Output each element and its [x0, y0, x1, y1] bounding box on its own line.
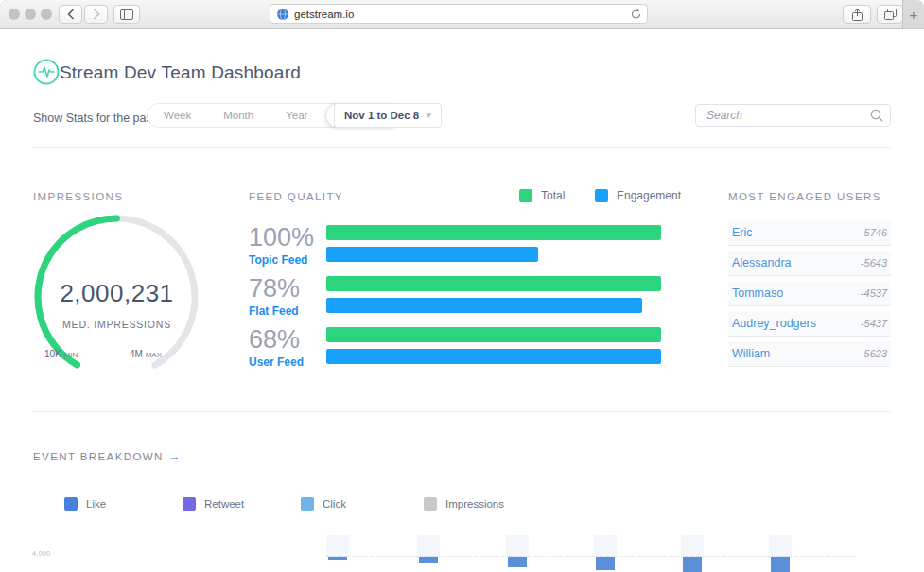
legend-retweet-label: Retweet — [204, 498, 244, 510]
feed-percent: 68% — [249, 325, 300, 355]
window-minimize-button[interactable] — [25, 9, 36, 20]
event-bar — [419, 557, 438, 563]
search-input[interactable] — [705, 108, 870, 123]
legend-impressions-label: Impressions — [445, 498, 504, 510]
total-bar — [326, 276, 661, 291]
impressions-section-title: IMPRESSIONS — [33, 191, 123, 202]
new-tab-button[interactable]: + — [902, 0, 924, 28]
click-swatch-icon — [301, 497, 314, 511]
bar-highlight — [681, 535, 704, 557]
legend-engagement: Engagement — [595, 189, 681, 202]
impressions-value: 2,000,231 — [29, 279, 204, 308]
event-bar — [683, 557, 702, 572]
reload-icon — [631, 9, 641, 20]
dashboard-page: Stream Dev Team Dashboard Show Stats for… — [0, 29, 924, 572]
retweet-swatch-icon — [183, 497, 196, 511]
user-row: Eric -5746 — [728, 220, 891, 246]
chevron-down-icon: ▾ — [427, 111, 431, 120]
legend-click: Click — [301, 497, 346, 511]
address-bar[interactable]: getstream.io — [270, 4, 648, 24]
sidebar-toggle-button[interactable] — [113, 5, 140, 24]
user-score: -5643 — [861, 257, 887, 269]
user-name-link[interactable]: Eric — [732, 226, 753, 239]
like-swatch-icon — [64, 497, 78, 511]
page-title: Stream Dev Team Dashboard — [60, 62, 301, 83]
feed-quality-section-title: FEED QUALITY — [249, 191, 343, 202]
engagement-bar — [326, 298, 642, 313]
event-breakdown-section-title[interactable]: EVENT BREAKDOWN → — [33, 449, 180, 463]
impressions-swatch-icon — [424, 497, 437, 511]
feed-quality-row: 78% Flat Feed — [249, 274, 665, 323]
browser-toolbar: getstream.io + — [0, 0, 924, 29]
reload-button[interactable] — [631, 7, 641, 24]
event-bar — [596, 557, 615, 570]
tabs-icon — [884, 9, 897, 20]
legend-impressions: Impressions — [424, 497, 504, 511]
event-bar — [771, 557, 790, 572]
feed-name[interactable]: Flat Feed — [249, 304, 299, 318]
share-button[interactable] — [843, 5, 871, 24]
total-bar — [326, 225, 661, 240]
date-range-dropdown[interactable]: Nov 1 to Dec 8 ▾ — [334, 103, 442, 128]
user-score: -4537 — [861, 287, 887, 299]
event-bar — [508, 557, 527, 567]
globe-favicon-icon — [277, 9, 288, 20]
divider — [33, 411, 891, 412]
bar-highlight — [326, 535, 349, 557]
stream-logo-icon — [33, 59, 60, 89]
legend-total: Total — [519, 189, 565, 202]
most-engaged-section-title: MOST ENGAGED USERS — [728, 191, 881, 202]
window-close-button[interactable] — [9, 9, 20, 20]
total-bar — [326, 327, 661, 342]
feed-name[interactable]: Topic Feed — [249, 253, 307, 267]
date-range-value: Nov 1 to Dec 8 — [344, 110, 419, 121]
share-icon — [852, 9, 863, 21]
user-score: -5746 — [861, 227, 887, 238]
legend-engagement-label: Engagement — [617, 189, 681, 202]
engagement-bar — [326, 247, 538, 262]
user-row: Alessandra -5643 — [728, 251, 891, 276]
bar-highlight — [594, 535, 617, 557]
engagement-swatch-icon — [595, 189, 608, 202]
most-engaged-list: Eric -5746 Alessandra -5643 Tommaso -453… — [728, 220, 891, 372]
time-option-year[interactable]: Year — [270, 110, 323, 121]
chevron-right-icon — [93, 9, 100, 20]
search-box — [695, 104, 891, 127]
user-name-link[interactable]: William — [732, 347, 770, 360]
legend-like-label: Like — [86, 498, 106, 510]
user-name-link[interactable]: Tommaso — [732, 286, 783, 300]
legend-like: Like — [64, 497, 106, 511]
chevron-left-icon — [67, 9, 75, 20]
engagement-bar — [326, 349, 661, 364]
feed-quality-row: 68% User Feed — [249, 325, 665, 374]
bar-highlight — [769, 535, 792, 557]
arrow-right-icon: → — [167, 449, 180, 463]
window-zoom-button[interactable] — [41, 9, 52, 20]
feed-percent: 78% — [249, 274, 300, 303]
filter-label: Show Stats for the past — [33, 112, 155, 125]
bar-highlight — [417, 535, 440, 557]
time-option-week[interactable]: Week — [148, 110, 207, 121]
search-icon — [870, 109, 883, 122]
user-name-link[interactable]: Alessandra — [732, 256, 792, 269]
gauge-min-label: 10K MIN — [44, 349, 78, 359]
time-option-month[interactable]: Month — [207, 110, 270, 121]
user-score: -5437 — [861, 318, 887, 329]
feed-name[interactable]: User Feed — [249, 355, 304, 369]
user-name-link[interactable]: Audrey_rodgers — [732, 317, 816, 330]
tab-overview-button[interactable] — [877, 5, 903, 24]
legend-total-label: Total — [541, 189, 565, 202]
back-button[interactable] — [59, 5, 82, 24]
divider — [33, 147, 891, 148]
gauge-max-label: 4M MAX — [130, 349, 162, 359]
user-row: Audrey_rodgers -5437 — [728, 311, 891, 337]
forward-button[interactable] — [84, 5, 108, 24]
user-row: William -5623 — [728, 341, 891, 367]
y-axis-tick-label: 4,000 — [32, 550, 51, 557]
feed-quality-row: 100% Topic Feed — [249, 223, 665, 272]
sidebar-icon — [120, 9, 133, 20]
legend-retweet: Retweet — [183, 497, 244, 511]
browser-window: getstream.io + Stream Dev Team Dashboard… — [0, 0, 924, 572]
user-row: Tommaso -4537 — [728, 281, 891, 306]
bar-highlight — [506, 535, 529, 557]
